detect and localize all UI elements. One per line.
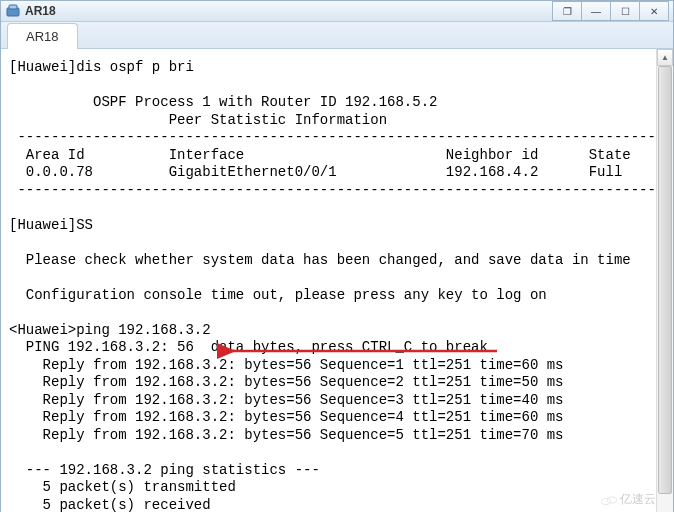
- close-button[interactable]: ✕: [639, 1, 669, 21]
- scroll-up-button[interactable]: ▲: [657, 49, 673, 66]
- restore-button[interactable]: ❐: [552, 1, 582, 21]
- titlebar[interactable]: AR18 ❐ — ☐ ✕: [1, 1, 673, 22]
- vertical-scrollbar: ▲ ▼: [656, 49, 673, 512]
- window-title: AR18: [25, 4, 553, 18]
- minimize-button[interactable]: —: [581, 1, 611, 21]
- app-icon: [5, 3, 21, 19]
- window-frame: AR18 ❐ — ☐ ✕ AR18 [Huawei]dis ospf p bri…: [0, 0, 674, 512]
- window-controls: ❐ — ☐ ✕: [553, 1, 669, 21]
- tab-ar18[interactable]: AR18: [7, 23, 78, 49]
- tab-strip: AR18: [1, 22, 673, 49]
- terminal-wrap: [Huawei]dis ospf p bri OSPF Process 1 wi…: [1, 49, 673, 512]
- svg-rect-1: [9, 5, 17, 9]
- scroll-track[interactable]: [657, 66, 673, 512]
- maximize-button[interactable]: ☐: [610, 1, 640, 21]
- terminal-output[interactable]: [Huawei]dis ospf p bri OSPF Process 1 wi…: [1, 49, 656, 512]
- scroll-thumb[interactable]: [658, 66, 672, 494]
